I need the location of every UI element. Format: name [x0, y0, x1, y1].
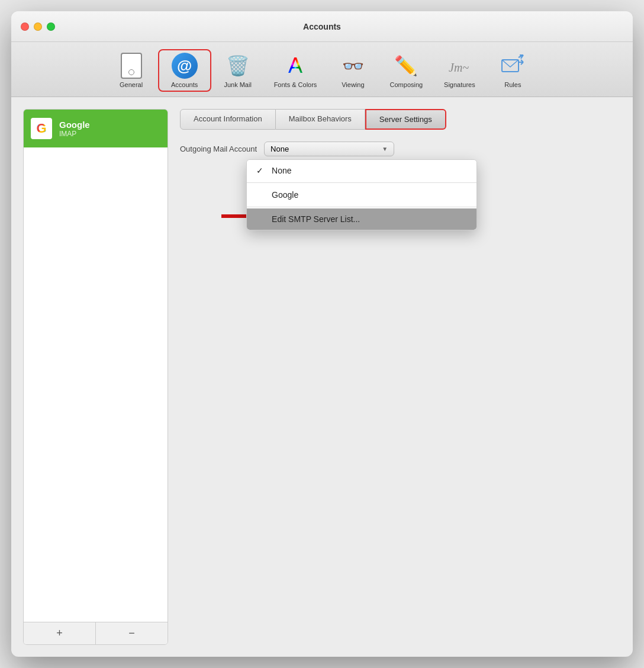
remove-account-button[interactable]: −	[96, 622, 168, 644]
toolbar-label-general: General	[120, 81, 143, 88]
viewing-icon: 👓	[340, 53, 366, 79]
titlebar: Accounts	[11, 11, 633, 42]
tab-server-settings[interactable]: Server Settings	[365, 109, 446, 130]
toolbar: General @ Accounts 🗑️ Junk Mail A Fonts …	[11, 42, 633, 97]
rules-icon	[500, 53, 526, 79]
account-type: IMAP	[59, 130, 90, 138]
window-title: Accounts	[303, 22, 341, 31]
toolbar-item-signatures[interactable]: Jm~ Signatures	[433, 49, 486, 92]
option-none-label: None	[272, 166, 291, 175]
option-google-label: Google	[272, 190, 298, 200]
composing-icon: ✏️	[393, 53, 419, 79]
toolbar-label-signatures: Signatures	[444, 81, 475, 88]
accounts-icon: @	[172, 53, 198, 79]
tabs-container: Account Information Mailbox Behaviors Se…	[180, 109, 621, 130]
outgoing-mail-label: Outgoing Mail Account	[180, 144, 257, 153]
toolbar-label-rules: Rules	[504, 81, 521, 88]
mail-preferences-window: Accounts General @ Accounts 🗑️ Junk Mail	[11, 11, 633, 657]
chevron-down-icon: ▼	[382, 146, 388, 152]
toolbar-item-general[interactable]: General	[105, 49, 158, 92]
toolbar-item-fonts-colors[interactable]: A Fonts & Colors	[265, 49, 327, 92]
fonts-colors-icon: A	[282, 53, 308, 79]
sidebar-bottom: + −	[24, 622, 168, 644]
account-logo-google: G	[31, 118, 52, 139]
toolbar-item-composing[interactable]: ✏️ Composing	[379, 49, 433, 92]
account-item-google[interactable]: G Google IMAP	[24, 110, 168, 147]
dropdown-current-value: None	[271, 144, 289, 153]
outgoing-mail-row: Outgoing Mail Account None ▼ ✓ None	[180, 142, 621, 156]
dropdown-option-edit-smtp[interactable]: Edit SMTP Server List...	[247, 208, 476, 230]
add-account-button[interactable]: +	[24, 622, 96, 644]
tab-account-information[interactable]: Account Information	[180, 109, 276, 130]
dropdown-option-none[interactable]: ✓ None	[247, 160, 476, 181]
minimize-button[interactable]	[34, 23, 42, 31]
dropdown-option-google[interactable]: Google	[247, 184, 476, 205]
option-edit-smtp-label: Edit SMTP Server List...	[272, 214, 360, 224]
checkmark-icon: ✓	[256, 166, 266, 175]
tab-mailbox-behaviors[interactable]: Mailbox Behaviors	[276, 109, 365, 130]
junk-mail-icon: 🗑️	[225, 53, 251, 79]
empty-check	[256, 190, 266, 200]
toolbar-item-rules[interactable]: Rules	[486, 49, 539, 92]
toolbar-item-junk-mail[interactable]: 🗑️ Junk Mail	[211, 49, 265, 92]
maximize-button[interactable]	[47, 23, 55, 31]
dropdown-divider-2	[247, 207, 476, 207]
panel-content: Outgoing Mail Account None ▼ ✓ None	[180, 142, 621, 645]
toolbar-item-viewing[interactable]: 👓 Viewing	[326, 49, 379, 92]
close-button[interactable]	[21, 23, 29, 31]
toolbar-label-viewing: Viewing	[342, 81, 364, 88]
accounts-sidebar: G Google IMAP + −	[23, 109, 168, 645]
dropdown-divider	[247, 182, 476, 183]
account-info: Google IMAP	[59, 120, 90, 138]
toolbar-label-accounts: Accounts	[171, 81, 198, 88]
google-g-icon: G	[36, 121, 46, 136]
outgoing-dropdown-trigger[interactable]: None ▼	[264, 142, 394, 156]
general-icon	[118, 53, 144, 79]
empty-check-2	[256, 214, 266, 224]
content-area: G Google IMAP + − Account Information	[11, 97, 633, 657]
account-list: G Google IMAP	[24, 110, 168, 622]
svg-text:Jm~: Jm~	[449, 61, 469, 74]
toolbar-item-accounts[interactable]: @ Accounts	[158, 49, 211, 92]
outgoing-dropdown-container: None ▼ ✓ None Google	[264, 142, 394, 156]
toolbar-label-junk-mail: Junk Mail	[224, 81, 251, 88]
signatures-icon: Jm~	[446, 53, 472, 79]
toolbar-label-fonts-colors: Fonts & Colors	[274, 81, 317, 88]
traffic-lights	[21, 23, 55, 31]
toolbar-label-composing: Composing	[390, 81, 423, 88]
dropdown-menu: ✓ None Google Edit SMTP Se	[246, 159, 477, 230]
main-panel: Account Information Mailbox Behaviors Se…	[180, 109, 621, 645]
account-name: Google	[59, 120, 90, 130]
